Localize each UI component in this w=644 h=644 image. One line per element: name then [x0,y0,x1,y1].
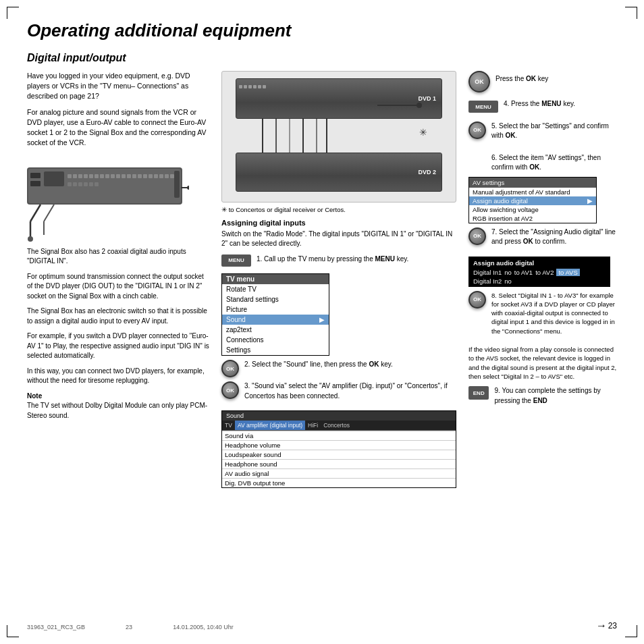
sound-row-headphone-vol: Headphone volume [222,440,456,450]
step7-end: to confirm. [535,238,566,245]
sound-row-sound-via: Sound via [222,431,456,440]
menu-item-picture: Picture [222,304,329,315]
svg-rect-13 [111,174,115,178]
note-label: Note [27,392,42,400]
footer-date: 14.01.2005, 10:40 Uhr [173,624,234,630]
svg-rect-18 [138,174,142,178]
arrow-right-icon: → [596,620,607,632]
note-block: Note The TV set without Dolby Digital Mo… [27,392,209,421]
step4-block: MENU 4. Press the MENU key. [468,99,617,115]
assign-row1-active: to AVS [556,269,579,276]
svg-rect-25 [68,182,72,186]
sound-header-label: Sound [222,411,248,421]
para1: Have you logged in your video equipment,… [27,71,209,102]
step1-text-after: key. [397,255,409,263]
step8b-text: If the video signal from a play console … [468,345,617,381]
step5-end: . [516,132,518,139]
av-settings-title: AV settings [469,178,596,188]
av-item-manual: Manual adjustment of AV standard [469,188,596,196]
svg-rect-30 [95,182,99,186]
step3-text: 3. "Sound via" select the "AV amplifier … [244,381,456,401]
svg-rect-27 [78,182,82,186]
step1-text-before: 1. Call up the TV menu by pressing the [257,255,373,263]
svg-rect-12 [105,174,109,178]
dvd2-label: DVD 2 [418,169,436,176]
assigning-section: Assigning digital inputs Switch on the "… [221,219,456,249]
footer-left: 31963_021_RC3_GB 23 14.01.2005, 10:40 Uh… [27,624,234,630]
step8-block: OK 8. Select "Digital IN 1 - to AV3" for… [468,291,617,341]
assign-row2-label: Digital In2 [473,277,502,285]
menu-button-step4: MENU [468,101,498,113]
tab-av-amplifier: AV amplifier (digital input) [235,421,305,430]
step5-block: OK 5. Select the bar "Settings" and conf… [468,122,617,146]
menu-item-connections: Connections [222,335,329,345]
press-ok-end: key [538,75,549,82]
mid-column: DVD 1 [221,71,456,492]
menu-item-settings: Settings [222,345,329,355]
signal-box-info: The Signal Box also has 2 coaxial digita… [27,247,209,267]
step6-before: 6. Select the item "AV settings", then c… [491,154,601,171]
step9-before: 9. You can complete the settings by pres… [494,387,600,404]
svg-rect-11 [100,174,104,178]
svg-line-32 [30,205,41,221]
dvd-diagram: DVD 1 [221,71,456,203]
content-grid: Have you logged in your video equipment,… [27,71,617,492]
assign-row1-label: Digital In1 [473,269,502,276]
step2-area: OK 2. Select the "Sound" line, then pres… [221,360,456,377]
sound-row-loudspeaker: Loudspeaker sound [222,450,456,459]
right-column: OK Press the OK key MENU 4. Press the ME… [468,71,617,492]
step7-text: 7. Select the "Assigning Audio digital" … [491,227,617,247]
signal-box-info3: The Signal Box has an electronic switch … [27,306,209,326]
footer-center-page: 23 [126,624,132,630]
footer-code: 31963_021_RC3_GB [27,624,85,630]
ok-button-step3: OK [221,381,239,399]
end-button-step9: END [468,386,489,400]
svg-line-35 [44,205,54,221]
ok-button-step7: OK [468,227,486,245]
svg-rect-26 [73,182,77,186]
menu-item-sound-arrow: ▶ [319,316,325,323]
svg-rect-28 [84,182,88,186]
svg-point-34 [28,236,33,242]
step1-area: MENU 1. Call up the TV menu by pressing … [221,254,456,270]
svg-rect-31 [174,171,180,198]
step2-before: 2. Select the "Sound" line, then press t… [244,360,367,368]
corner-mark-bl [7,625,19,637]
tab-tv: TV [222,421,235,430]
svg-rect-7 [78,174,82,178]
page-number: 23 [608,621,617,630]
tab-concertos: Concertos [321,421,352,430]
press-ok-block: OK Press the OK key [468,71,617,92]
note-text: The TV set without Dolby Digital Module … [27,402,207,419]
menu-item-sound-label: Sound [226,316,246,323]
corner-mark-tr [625,7,637,19]
sound-row-av-audio: AV audio signal [222,468,456,478]
menu-item-sound: Sound ▶ [222,315,329,325]
ok-button-step8: OK [468,291,486,308]
svg-text:✳: ✳ [419,127,427,138]
svg-rect-5 [68,174,72,178]
sound-row-dvb: Dig. DVB output tone [222,478,456,487]
tv-menu-title: TV menu [222,274,329,284]
svg-rect-9 [89,174,93,178]
ok-button-step2: OK [221,360,239,377]
svg-rect-24 [170,174,174,178]
assign-row1: Digital In1 no to AV1 to AV2 to AVS [470,268,609,277]
sound-tabs: TV AV amplifier (digital input) HiFi Con… [222,421,456,431]
svg-rect-29 [89,182,93,186]
step4-end: key. [563,100,575,107]
svg-rect-15 [122,174,126,178]
asterisk-note: ✳ to Concertos or digital receiver or Ce… [221,205,456,215]
assigning-text: Switch on the "Radio Mode". The digital … [221,230,456,249]
step2-end: key. [381,360,393,368]
assign-box-title: Assign audio digital [470,258,609,268]
sound-table-header: Sound [222,411,456,421]
step4-text: 4. Press the MENU key. [504,99,575,109]
step2-bold: OK [369,360,379,368]
svg-rect-17 [132,174,136,178]
left-column: Have you logged in your video equipment,… [27,71,209,492]
svg-rect-6 [73,174,77,178]
step8-text: 8. Select "Digital IN 1 - to AV3" for ex… [491,291,617,336]
menu-item-standard: Standard settings [222,294,329,304]
svg-rect-23 [165,174,169,178]
